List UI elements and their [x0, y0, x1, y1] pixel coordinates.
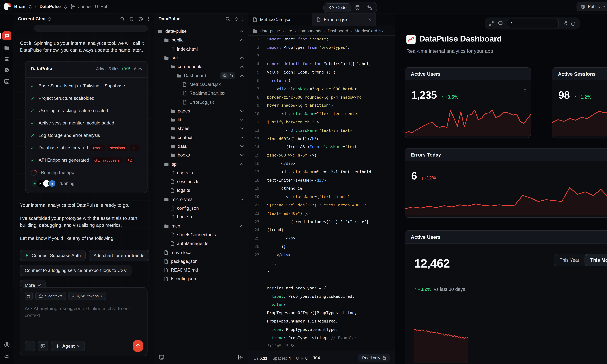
- history-icon[interactable]: [138, 17, 143, 21]
- suggestion-chip[interactable]: Connect Supabase Auth: [20, 250, 85, 261]
- breadcrumb-item[interactable]: components: [298, 29, 321, 33]
- project-switcher-icon[interactable]: [64, 5, 67, 9]
- connect-github-button[interactable]: Connect GitHub: [70, 4, 108, 9]
- chevron-down-icon[interactable]: [240, 136, 244, 139]
- chevron-down-icon[interactable]: [240, 110, 244, 112]
- suggestion-chip[interactable]: Add chart for error trends: [89, 250, 149, 261]
- tree-file-sheetsConnector.ts[interactable]: sheetsConnector.ts: [154, 230, 248, 239]
- workspace-switcher-icon[interactable]: [29, 5, 32, 9]
- send-button[interactable]: [133, 340, 143, 352]
- bookmark-icon[interactable]: [130, 17, 134, 21]
- mention-context-button[interactable]: @: [25, 292, 33, 300]
- tree-file-tsconfig.json[interactable]: tsconfig.json: [154, 274, 248, 284]
- time-range-tab-This Year[interactable]: This Year: [554, 254, 585, 266]
- chevron-up-icon[interactable]: [240, 66, 244, 68]
- tree-file-logs.ts[interactable]: logs.ts: [154, 186, 248, 195]
- open-external-icon[interactable]: [562, 21, 567, 26]
- chat-input-box[interactable]: @ 9 contexts 4,345 tokens Ask AI anythin…: [20, 287, 147, 356]
- new-chat-icon[interactable]: [111, 17, 116, 21]
- rail-history-button[interactable]: [2, 65, 11, 75]
- tree-file-authManager.ts[interactable]: authManager.ts: [154, 239, 248, 248]
- agent-mode-dropdown[interactable]: Agent: [51, 341, 85, 351]
- breadcrumb-item[interactable]: src: [286, 29, 292, 33]
- tree-folder-mcp[interactable]: mcp: [154, 221, 248, 230]
- tokens-chip[interactable]: 4,345 tokens: [68, 292, 106, 300]
- expand-preview-icon[interactable]: [489, 21, 494, 26]
- tree-file-RealtimeChart.jsx[interactable]: RealtimeChart.jsx: [154, 89, 248, 98]
- terminal-toggle-icon[interactable]: [159, 354, 164, 360]
- robot-icon[interactable]: [222, 73, 228, 78]
- editor-tab-ErrorLog.jsx[interactable]: ErrorLog.jsx×: [312, 13, 376, 26]
- add-image-button[interactable]: [38, 341, 48, 351]
- workflow-view-button[interactable]: [363, 4, 376, 11]
- project-name[interactable]: DataPulse: [40, 4, 61, 9]
- chevron-down-icon[interactable]: [240, 145, 244, 147]
- close-tab-icon[interactable]: ×: [304, 17, 307, 22]
- encoding-label[interactable]: UTF: [296, 356, 304, 360]
- app-logo-icon[interactable]: [4, 3, 11, 10]
- workspace-name[interactable]: Brian: [14, 4, 25, 9]
- tree-folder-micro-vms[interactable]: micro-vms: [154, 195, 248, 204]
- rail-chat-button[interactable]: [2, 31, 11, 40]
- tree-file-README.md[interactable]: README.md: [154, 266, 248, 274]
- refresh-icon[interactable]: [571, 21, 576, 26]
- rail-files-button[interactable]: [2, 43, 11, 52]
- breadcrumb-item[interactable]: data-pulse: [260, 29, 280, 33]
- tree-file-package.json[interactable]: package.json: [154, 257, 248, 266]
- time-range-tab-This Month[interactable]: This Month: [584, 254, 607, 266]
- chevron-up-icon[interactable]: [240, 198, 244, 200]
- tree-file-index.html[interactable]: index.html: [154, 45, 248, 53]
- tree-folder-pages[interactable]: pages: [154, 106, 248, 115]
- tree-folder-components[interactable]: components: [154, 62, 248, 71]
- tree-folder-api[interactable]: api: [154, 159, 248, 169]
- search-icon[interactable]: [120, 17, 125, 21]
- tree-folder-src[interactable]: src: [154, 53, 248, 62]
- chevron-up-icon[interactable]: [240, 39, 244, 41]
- card-menu-kebab-icon[interactable]: [525, 89, 526, 95]
- rail-database-button[interactable]: [2, 54, 11, 63]
- collapse-card-icon[interactable]: [138, 68, 142, 70]
- chat-input-placeholder[interactable]: Ask AI anything, use @context inline in …: [25, 305, 134, 319]
- more-suggestions-button[interactable]: More: [20, 280, 46, 287]
- tree-folder-Dashboard[interactable]: Dashboard: [154, 71, 248, 80]
- search-files-icon[interactable]: [225, 17, 230, 21]
- tree-folder-hooks[interactable]: hooks: [154, 151, 248, 159]
- lock-icon[interactable]: [229, 74, 233, 78]
- tree-folder-public[interactable]: public: [154, 36, 248, 45]
- tree-folder-data[interactable]: data: [154, 142, 248, 151]
- attach-button[interactable]: +: [25, 341, 35, 351]
- database-view-button[interactable]: [351, 4, 363, 11]
- chevron-up-icon[interactable]: [240, 163, 244, 165]
- tree-file-boot.sh[interactable]: boot.sh: [154, 213, 248, 221]
- rail-terminal-button[interactable]: [2, 77, 11, 86]
- tree-folder-context[interactable]: context: [154, 133, 248, 142]
- code-area[interactable]: 1import React from "react";2import PropT…: [248, 35, 395, 351]
- language-mode[interactable]: JSX: [313, 355, 320, 360]
- preview-url-input[interactable]: /: [507, 19, 559, 28]
- breadcrumb-item[interactable]: Dashboard: [328, 29, 348, 33]
- chevron-down-icon[interactable]: [240, 128, 244, 130]
- spaces-value[interactable]: 4: [289, 356, 291, 360]
- tree-file-sessions.ts[interactable]: sessions.ts: [154, 177, 248, 186]
- device-icon[interactable]: [498, 21, 503, 26]
- tree-file-config.json[interactable]: config.json: [154, 204, 248, 213]
- chevron-up-icon[interactable]: [240, 57, 244, 59]
- rail-account-button[interactable]: [2, 340, 11, 349]
- tree-file-MetricsCard.jsx[interactable]: MetricsCard.jsx: [154, 80, 248, 89]
- tree-menu-kebab-icon[interactable]: [242, 16, 244, 22]
- chat-switcher-icon[interactable]: [48, 17, 51, 21]
- chevron-up-icon[interactable]: [240, 30, 244, 32]
- tree-folder-data-pulse[interactable]: data-pulse: [154, 27, 248, 36]
- chat-menu-kebab-icon[interactable]: [148, 16, 149, 22]
- chevron-up-icon[interactable]: [240, 225, 244, 227]
- tree-file-.enve.local[interactable]: .enve.local: [154, 248, 248, 257]
- tree-folder-lib[interactable]: lib: [154, 115, 248, 124]
- close-tab-icon[interactable]: ×: [368, 17, 371, 22]
- code-view-button[interactable]: Code: [325, 3, 351, 12]
- chat-message-list[interactable]: Got it! Spinning up your internal analyt…: [13, 25, 154, 287]
- breadcrumb-item[interactable]: MetricsCard.jsx: [355, 29, 383, 33]
- tree-file-ErrorLog.jsx[interactable]: ErrorLog.jsx: [154, 98, 248, 106]
- suggestion-chip[interactable]: Connect to a logging service or export l…: [20, 265, 132, 276]
- chevron-down-icon[interactable]: [240, 154, 244, 156]
- tree-file-users.ts[interactable]: users.ts: [154, 169, 248, 177]
